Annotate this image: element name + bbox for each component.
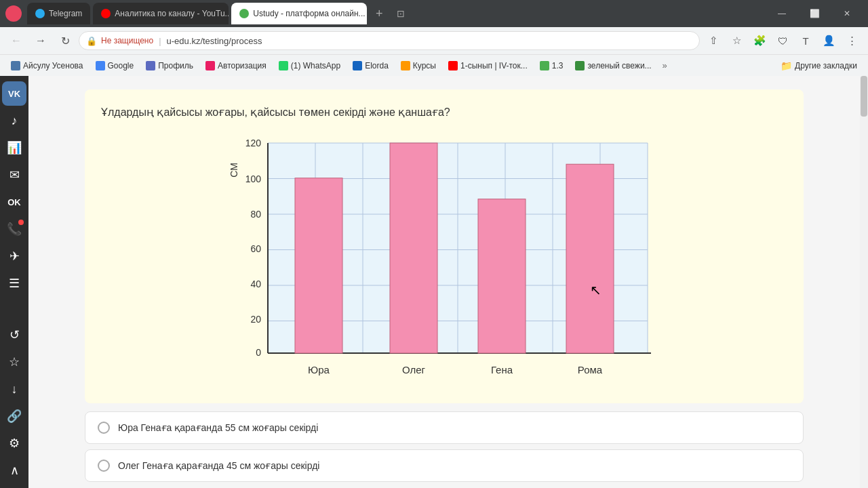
- download-sidebar-icon[interactable]: ↓: [2, 377, 26, 401]
- tab-youtube[interactable]: Аналитика по каналу - YouTu...: [93, 3, 229, 24]
- tab-telegram-label: Telegram: [49, 9, 82, 18]
- svg-text:60: 60: [250, 243, 261, 254]
- answer-option-2[interactable]: Олег Генаға қарағанда 45 см жоғары секір…: [85, 449, 804, 482]
- notification-dot: [18, 220, 24, 225]
- address-text: u-edu.kz/testing/process: [167, 36, 692, 46]
- svg-text:20: 20: [250, 314, 261, 325]
- list-sidebar-icon[interactable]: ☰: [2, 271, 26, 296]
- bookmark-13-icon: [540, 61, 549, 70]
- browser-content: VK ♪ 📊 ✉ OK 📞 ✈ ☰ ↺ ☆ ↓ 🔗 ⚙ ∧ Ұлдардың қ…: [0, 76, 868, 488]
- radio-circle-2: [98, 460, 110, 472]
- history-sidebar-icon[interactable]: ↺: [2, 323, 26, 347]
- bookmark-profile-icon: [146, 61, 155, 70]
- profile-button[interactable]: 👤: [818, 30, 840, 52]
- tab-telegram[interactable]: Telegram: [27, 3, 90, 24]
- vk-sidebar-icon[interactable]: VK: [2, 81, 26, 106]
- reload-button[interactable]: ↻: [54, 30, 76, 52]
- share-button[interactable]: ⇧: [703, 30, 724, 52]
- bookmark-vk[interactable]: Айсулу Усенова: [5, 59, 89, 73]
- bookmark-class1[interactable]: 1-сынып | IV-ток...: [443, 59, 533, 73]
- bookmark-button[interactable]: ☆: [726, 30, 747, 52]
- chart-svg: 0 20 40 60 80 100 120 СМ: [227, 129, 661, 387]
- bookmark-elorda[interactable]: Elorda: [347, 59, 394, 73]
- bookmark-whatsapp-icon: [279, 61, 288, 70]
- tab-youtube-label: Аналитика по каналу - YouTu...: [115, 9, 229, 18]
- bookmark-auth[interactable]: Авторизация: [200, 59, 272, 73]
- left-sidebar: VK ♪ 📊 ✉ OK 📞 ✈ ☰ ↺ ☆ ↓ 🔗 ⚙ ∧: [0, 76, 28, 488]
- extensions-button[interactable]: 🧩: [749, 30, 770, 52]
- svg-text:100: 100: [245, 174, 262, 184]
- security-label: Не защищено: [101, 36, 153, 45]
- label-yura: Юра: [308, 364, 330, 375]
- stats-sidebar-icon[interactable]: 📊: [2, 136, 26, 160]
- bar-gena: [478, 199, 526, 353]
- bookmark-courses-label: Курсы: [413, 61, 436, 70]
- bookmark-whatsapp-label: (1) WhatsApp: [291, 61, 340, 70]
- telegram-sidebar-icon[interactable]: ✈: [2, 244, 26, 268]
- other-bookmarks-button[interactable]: 📁 Другие закладки: [775, 58, 863, 73]
- bar-oleg: [390, 143, 437, 353]
- star-sidebar-icon[interactable]: ☆: [2, 350, 26, 374]
- tab-menu-button[interactable]: ⊡: [391, 4, 410, 23]
- bookmark-class1-icon: [448, 61, 458, 70]
- bookmark-vk-label: Айсулу Усенова: [23, 61, 83, 70]
- bar-yura: [295, 178, 342, 353]
- bookmark-vk-icon: [11, 61, 20, 70]
- bookmark-google-icon: [96, 61, 105, 70]
- maximize-button[interactable]: ⬜: [799, 3, 830, 24]
- tab-ustudy-label: Ustudy - платформа онлайн...: [253, 9, 365, 18]
- svg-text:120: 120: [245, 138, 262, 148]
- answer-option-1[interactable]: Юра Генаға қарағанда 55 см жоғары секірд…: [85, 411, 804, 444]
- bookmark-auth-label: Авторизация: [218, 61, 267, 70]
- svg-text:0: 0: [256, 347, 261, 358]
- more-bookmarks-button[interactable]: »: [658, 58, 671, 73]
- label-roma: Рома: [578, 364, 603, 375]
- bookmark-green-icon: [575, 61, 585, 70]
- tab-ustudy[interactable]: Ustudy - платформа онлайн...: [231, 3, 367, 24]
- quiz-question: Ұлдардың қайсысы жоғары, қайсысы төмен с…: [101, 106, 787, 119]
- phone-sidebar-icon[interactable]: 📞: [2, 217, 26, 241]
- bookmark-auth-icon: [205, 61, 215, 70]
- close-button[interactable]: ✕: [831, 3, 863, 24]
- menu-button[interactable]: ⋮: [841, 30, 863, 52]
- bar-roma: [566, 164, 614, 353]
- shield-button[interactable]: 🛡: [772, 30, 793, 52]
- youtube-tab-icon: [101, 9, 111, 18]
- minimize-button[interactable]: —: [766, 3, 797, 24]
- bookmark-google-label: Google: [108, 61, 134, 70]
- browser-icon: [5, 5, 22, 22]
- new-tab-button[interactable]: +: [370, 4, 389, 23]
- svg-text:СМ: СМ: [229, 163, 239, 178]
- quiz-card: Ұлдардың қайсысы жоғары, қайсысы төмен с…: [85, 89, 804, 403]
- answer-text-2: Олег Генаға қарағанда 45 см жоғары секір…: [118, 460, 319, 471]
- ok-sidebar-icon[interactable]: OK: [2, 190, 26, 214]
- bookmark-green-label: зеленый свежи...: [587, 61, 651, 70]
- back-button[interactable]: ←: [5, 30, 27, 52]
- email-sidebar-icon[interactable]: ✉: [2, 163, 26, 187]
- collapse-sidebar-icon[interactable]: ∧: [2, 458, 26, 483]
- bookmark-google[interactable]: Google: [90, 59, 140, 73]
- telegram-tab-icon: [35, 9, 45, 18]
- svg-text:40: 40: [250, 279, 261, 289]
- chart-container: 0 20 40 60 80 100 120 СМ: [227, 129, 661, 387]
- link-sidebar-icon[interactable]: 🔗: [2, 404, 26, 428]
- forward-button[interactable]: →: [30, 30, 52, 52]
- address-bar[interactable]: 🔒 Не защищено | u-edu.kz/testing/process: [79, 31, 700, 50]
- bookmark-courses[interactable]: Курсы: [395, 59, 441, 73]
- radio-circle-1: [98, 422, 110, 434]
- content-wrapper: Ұлдардың қайсысы жоғары, қайсысы төмен с…: [85, 89, 804, 474]
- svg-text:80: 80: [250, 209, 261, 220]
- music-sidebar-icon[interactable]: ♪: [2, 108, 26, 133]
- bookmark-whatsapp[interactable]: (1) WhatsApp: [273, 59, 346, 73]
- scrollbar-thumb[interactable]: [861, 76, 867, 117]
- bookmark-profile[interactable]: Профиль: [140, 59, 199, 73]
- right-scrollbar[interactable]: [860, 76, 868, 488]
- settings-sidebar-icon[interactable]: ⚙: [2, 431, 26, 455]
- label-oleg: Олег: [402, 364, 426, 375]
- bookmark-green[interactable]: зеленый свежи...: [570, 59, 656, 73]
- bookmark-13[interactable]: 1.3: [534, 59, 569, 73]
- ustudy-tab-icon: [239, 9, 249, 18]
- bookmark-class1-label: 1-сынып | IV-ток...: [460, 61, 528, 70]
- translate-button[interactable]: T: [795, 30, 816, 52]
- bookmarks-bar: Айсулу Усенова Google Профиль Авторизаци…: [0, 54, 868, 76]
